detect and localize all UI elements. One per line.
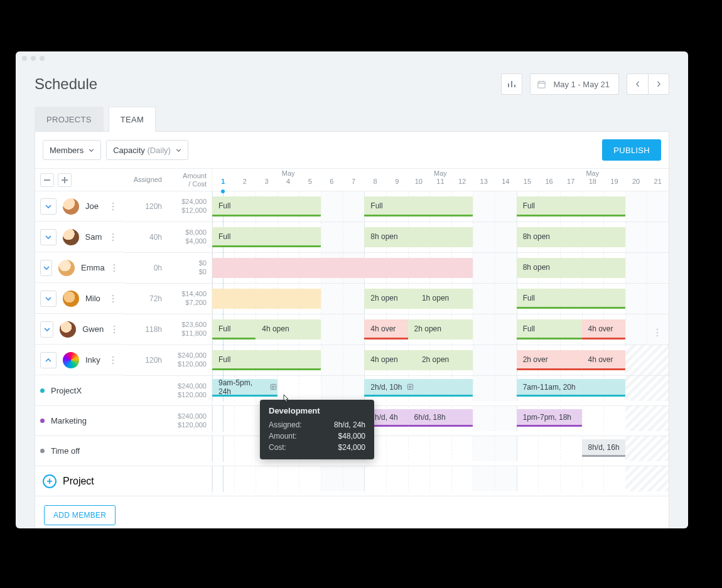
block-label: 2h/d, 4h bbox=[370, 413, 397, 422]
amount-cost: $240,000$120,000 bbox=[167, 345, 212, 376]
svg-point-33 bbox=[112, 359, 114, 361]
capacity-dropdown[interactable]: Capacity (Daily) bbox=[106, 140, 188, 160]
schedule-block[interactable]: Full bbox=[212, 319, 256, 339]
schedule-block[interactable]: 4h over bbox=[582, 319, 625, 339]
member-menu-button[interactable] bbox=[110, 322, 118, 337]
toggle-member-button[interactable] bbox=[40, 352, 57, 368]
day-number: 16 bbox=[538, 178, 560, 191]
schedule-block[interactable]: 4h over bbox=[582, 350, 625, 370]
day-number: 4 bbox=[277, 178, 299, 191]
schedule-block[interactable]: 4h open2h open bbox=[364, 350, 473, 370]
chevron-right-icon bbox=[655, 81, 662, 87]
schedule-block[interactable]: Full bbox=[364, 196, 473, 216]
publish-button[interactable]: PUBLISH bbox=[602, 139, 661, 161]
schedule-block[interactable]: 2h/d, 10h bbox=[364, 379, 473, 397]
lane bbox=[212, 466, 669, 496]
schedule-block[interactable] bbox=[212, 258, 473, 278]
member-row: Emma bbox=[35, 253, 124, 283]
member-name: Inky bbox=[85, 355, 100, 365]
schedule-block[interactable]: 6h/d, 18h bbox=[408, 409, 473, 427]
schedule-block[interactable]: 8h open bbox=[364, 227, 473, 247]
schedule-block[interactable]: Full bbox=[212, 350, 321, 370]
day-number: 12 bbox=[451, 178, 473, 191]
schedule-block[interactable]: Full bbox=[517, 196, 625, 216]
day-number: 6 bbox=[321, 178, 343, 191]
member-row: Inky bbox=[35, 345, 124, 375]
schedule-block[interactable]: 8h open bbox=[517, 258, 625, 278]
schedule-grid: AssignedAmount/ CostMayMayMay12345678910… bbox=[35, 168, 669, 496]
svg-point-4 bbox=[112, 208, 114, 210]
traffic-light-dot bbox=[22, 56, 27, 61]
toggle-member-button[interactable] bbox=[40, 321, 53, 338]
toggle-member-button[interactable] bbox=[40, 291, 57, 307]
next-range-button[interactable] bbox=[648, 73, 669, 95]
block-label: Full bbox=[523, 294, 535, 302]
svg-point-16 bbox=[114, 270, 116, 272]
lane[interactable]: Full4h open4h over2h openFull4h over bbox=[212, 314, 669, 345]
schedule-block[interactable]: 4h over bbox=[364, 319, 407, 339]
lane[interactable]: FullFullFull bbox=[212, 191, 669, 222]
add-member-button[interactable]: ADD MEMBER bbox=[44, 505, 116, 525]
prev-range-button[interactable] bbox=[627, 73, 648, 95]
block-label: 4h over bbox=[588, 324, 613, 333]
svg-rect-0 bbox=[538, 81, 545, 87]
chart-view-button[interactable] bbox=[501, 73, 522, 95]
block-label: 4h over bbox=[588, 355, 613, 364]
avatar bbox=[63, 352, 79, 368]
schedule-block[interactable] bbox=[212, 289, 321, 309]
member-menu-button[interactable] bbox=[111, 260, 118, 275]
block-label: Full bbox=[218, 232, 230, 241]
date-range-picker[interactable]: May 1 - May 21 bbox=[530, 73, 619, 95]
day-number: 3 bbox=[256, 178, 277, 191]
schedule-block[interactable]: 9am-5pm, 24h bbox=[212, 379, 277, 397]
schedule-block[interactable]: 2h open1h open bbox=[364, 289, 473, 309]
assignment-tooltip: Development Assigned:8h/d, 24h Amount:$4… bbox=[260, 400, 374, 459]
block-label: 7am-11am, 20h bbox=[523, 383, 576, 392]
block-label: Full bbox=[370, 201, 382, 210]
project-name: Time off bbox=[51, 446, 80, 456]
schedule-block[interactable]: 8h/d, 16h bbox=[582, 439, 625, 457]
schedule-block[interactable]: 4h open bbox=[256, 319, 321, 339]
add-project-row[interactable]: +Project bbox=[35, 466, 124, 496]
lane[interactable]: Full4h open2h open2h over4h over bbox=[212, 345, 669, 376]
tab-team[interactable]: TEAM bbox=[109, 107, 156, 132]
lane[interactable]: 2h open1h openFull bbox=[212, 284, 669, 314]
member-menu-button[interactable] bbox=[108, 199, 118, 214]
schedule-block[interactable]: 2h over bbox=[517, 350, 582, 370]
block-label: 8h open bbox=[370, 232, 397, 241]
toggle-member-button[interactable] bbox=[40, 260, 52, 276]
tabs: PROJECTS TEAM bbox=[16, 107, 688, 132]
day-number: 8 bbox=[364, 178, 386, 191]
month-label: May bbox=[364, 169, 516, 178]
member-menu-button[interactable] bbox=[108, 291, 118, 306]
toggle-member-button[interactable] bbox=[40, 229, 57, 245]
lane[interactable]: 8h open bbox=[212, 253, 669, 284]
lane[interactable]: Full8h open8h open bbox=[212, 222, 669, 253]
month-label: May bbox=[212, 169, 364, 178]
member-menu-button[interactable] bbox=[108, 353, 118, 368]
schedule-block[interactable]: Full bbox=[212, 227, 321, 247]
tooltip-cost-label: Cost: bbox=[269, 443, 286, 452]
block-label: Full bbox=[218, 355, 230, 364]
day-number: 1 bbox=[212, 178, 234, 191]
schedule-block[interactable]: Full bbox=[517, 289, 625, 309]
schedule-block[interactable]: Full bbox=[212, 196, 321, 216]
schedule-block[interactable]: 8h open bbox=[517, 227, 625, 247]
schedule-block[interactable]: 1pm-7pm, 18h bbox=[517, 409, 582, 427]
tab-projects[interactable]: PROJECTS bbox=[35, 107, 104, 132]
traffic-light-dot bbox=[31, 56, 36, 61]
collapse-all-button[interactable] bbox=[40, 173, 54, 187]
assigned-column-header: Assigned bbox=[124, 169, 167, 191]
amount-cost: $0$0 bbox=[167, 253, 212, 284]
day-number: 14 bbox=[495, 178, 517, 191]
toggle-member-button[interactable] bbox=[40, 198, 57, 215]
project-dot bbox=[40, 419, 45, 423]
schedule-block[interactable]: 7am-11am, 20h bbox=[517, 379, 625, 397]
members-dropdown[interactable]: Members bbox=[43, 140, 101, 160]
amount-cost: $8,000$4,000 bbox=[167, 222, 212, 253]
svg-point-8 bbox=[112, 233, 114, 235]
schedule-block[interactable]: 2h open bbox=[408, 319, 473, 339]
member-menu-button[interactable] bbox=[108, 230, 118, 245]
schedule-block[interactable]: Full bbox=[517, 319, 582, 339]
expand-all-button[interactable] bbox=[58, 173, 72, 187]
